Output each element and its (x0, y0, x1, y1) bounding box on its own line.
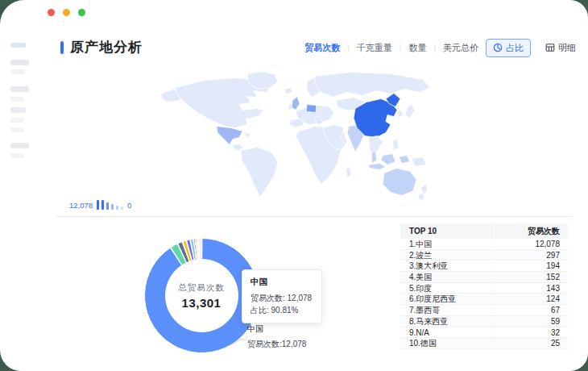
table-cell-country: 5.印度 (400, 283, 494, 294)
map-country-poland[interactable] (306, 105, 317, 113)
world-map[interactable] (157, 69, 431, 203)
map-legend-bar (116, 206, 118, 210)
donut-tooltip: 中国 贸易次数: 12,078 占比: 90.81% (242, 269, 322, 323)
table-row[interactable]: 6.印度尼西亚124 (400, 294, 568, 305)
map-country-cuba[interactable] (244, 133, 252, 138)
map-legend-bar (121, 206, 123, 210)
map-country-iceland[interactable] (284, 88, 292, 94)
map-legend-bar (97, 200, 99, 210)
sidebar-skeleton-bar (10, 60, 29, 65)
map-country-uk[interactable] (292, 97, 300, 110)
table-row[interactable]: 10.德国25 (400, 338, 568, 349)
table-row[interactable]: 4.美国152 (400, 272, 568, 283)
page-title: 原产地分析 (70, 38, 143, 56)
tooltip-percent: 占比: 90.81% (251, 304, 313, 316)
map-country-borneo[interactable] (381, 154, 395, 165)
map-country-mexico[interactable] (217, 127, 242, 145)
table-cell-value: 124 (494, 294, 568, 304)
page-header: 原产地分析 (60, 38, 143, 56)
map-country-central-america[interactable] (231, 144, 244, 151)
map-legend-bar (101, 200, 104, 210)
detail-button[interactable]: 明细 (538, 39, 583, 57)
metric-tab-1[interactable]: 贸易次数 (304, 42, 340, 54)
table-row[interactable]: 7.墨西哥67 (400, 305, 568, 316)
table-cell-country: 7.墨西哥 (400, 305, 494, 315)
table-cell-value: 25 (494, 338, 568, 348)
table-body: 1.中国12,0782.波兰2973.澳大利亚1944.美国1525.印度143… (400, 239, 568, 349)
ratio-toggle-button[interactable]: 占比 (486, 39, 531, 57)
table-cell-value: 59 (494, 316, 568, 327)
tab-separator: | (400, 44, 402, 52)
map-country-papua[interactable] (412, 157, 426, 167)
sidebar-skeleton-bar (10, 127, 24, 132)
tab-separator: | (433, 44, 436, 52)
detail-button-label: 明细 (558, 42, 576, 54)
ratio-button-label: 占比 (506, 42, 524, 54)
map-legend: 12,078 0 (68, 197, 133, 210)
map-legend-bar (106, 202, 109, 210)
sidebar-skeleton-bar (10, 143, 29, 148)
map-country-south-america[interactable] (241, 148, 278, 198)
metric-tab-3[interactable]: 数量 (408, 42, 426, 54)
maximize-button[interactable] (78, 9, 85, 16)
table-row[interactable]: 8.马来西亚59 (400, 316, 568, 327)
table-row[interactable]: 3.澳大利亚194 (400, 261, 568, 272)
top10-table: TOP 10 贸易次数 1.中国12,0782.波兰2973.澳大利亚1944.… (400, 223, 568, 349)
tooltip-trades: 贸易次数: 12,078 (251, 292, 313, 304)
table-header-row: TOP 10 贸易次数 (400, 223, 568, 239)
sidebar-skeleton-bar (10, 69, 24, 74)
tooltip-title: 中国 (251, 277, 313, 288)
metric-tab-4[interactable]: 美元总价 (443, 42, 478, 54)
map-country-australia[interactable] (383, 169, 416, 196)
table-cell-country: 6.印度尼西亚 (400, 294, 494, 304)
table-row[interactable]: 9.N/A32 (400, 327, 568, 339)
table-row[interactable]: 5.印度143 (400, 283, 568, 294)
callout-connector (229, 334, 248, 347)
map-country-sumatra-java[interactable] (368, 164, 386, 170)
close-button[interactable] (48, 9, 55, 16)
callout-name: 中国 (247, 323, 306, 335)
sidebar-skeleton-bar (10, 86, 29, 92)
sidebar-skeleton-bar (10, 97, 24, 102)
sidebar-skeleton-bar (10, 118, 24, 123)
table-row[interactable]: 1.中国12,078 (400, 239, 568, 250)
table-cell-value: 297 (494, 250, 568, 261)
metric-tab-2[interactable]: 千克重量 (357, 42, 392, 54)
map-country-madagascar[interactable] (346, 167, 351, 178)
table-header-metric: 贸易次数 (494, 223, 568, 239)
table-cell-country: 8.马来西亚 (400, 316, 494, 327)
table-cell-value: 143 (494, 283, 568, 294)
table-cell-country: 3.澳大利亚 (400, 261, 494, 271)
pie-icon (493, 43, 503, 52)
table-cell-country: 4.美国 (400, 272, 494, 282)
title-accent-bar (60, 41, 64, 54)
map-country-philippines[interactable] (392, 140, 399, 151)
table-cell-value: 152 (494, 272, 568, 282)
map-country-korea[interactable] (397, 110, 403, 118)
map-country-russia[interactable] (315, 73, 429, 98)
window-controls (48, 9, 85, 16)
map-country-new-zealand[interactable] (418, 185, 428, 201)
minimize-button[interactable] (63, 9, 70, 16)
app-window: 原产地分析 贸易次数|千克重量|数量|美元总价 占比 明细 (0, 0, 588, 371)
table-cell-value: 12,078 (494, 239, 568, 249)
table-cell-country: 2.波兰 (400, 250, 494, 261)
map-legend-max: 12,078 (69, 201, 93, 210)
tab-separator: | (347, 44, 350, 52)
callout-value: 贸易次数:12,078 (247, 339, 306, 350)
map-legend-bars (97, 200, 123, 210)
map-country-sulawesi[interactable] (399, 156, 410, 164)
table-header-rank: TOP 10 (400, 223, 494, 239)
table-cell-country: 10.德国 (400, 338, 494, 348)
table-row[interactable]: 2.波兰297 (400, 250, 568, 261)
table-cell-value: 67 (494, 305, 568, 315)
sidebar-skeleton-bar (10, 153, 24, 158)
section-divider (56, 216, 572, 217)
sidebar-skeleton-bar (10, 107, 26, 113)
sidebar-skeleton-bar (10, 43, 26, 48)
table-cell-country: 1.中国 (400, 239, 494, 249)
table-cell-country: 9.N/A (400, 327, 494, 338)
map-legend-bar (111, 204, 114, 210)
map-country-spain[interactable] (289, 119, 304, 128)
map-country-japan[interactable] (405, 104, 415, 119)
